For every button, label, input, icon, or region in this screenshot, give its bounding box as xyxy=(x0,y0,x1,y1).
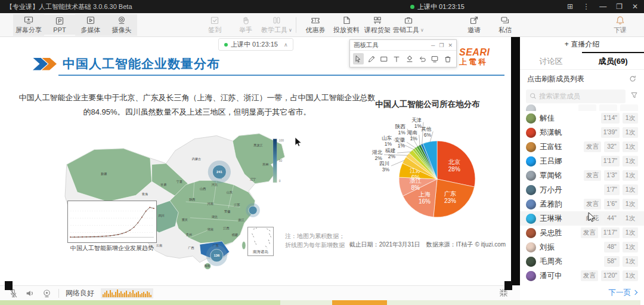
speaker-icon[interactable] xyxy=(25,288,35,298)
palette-tool-row xyxy=(350,51,456,67)
south-sea-inset: 南海诸岛 xyxy=(247,227,274,256)
slide-body-text: 中国人工智能企业主要集中于北京、广东及长三角（上海、江苏、浙江）一带，占中国人工… xyxy=(11,91,383,119)
svg-text:16%: 16% xyxy=(419,198,431,205)
live-intro-header[interactable]: + 直播介绍 xyxy=(520,37,644,52)
member-row[interactable]: 王琳琳献花44"1次 xyxy=(520,211,644,226)
member-badges: 发言1'3"1次 xyxy=(584,170,638,181)
member-row[interactable]: 王吕娜1'17"1次 xyxy=(526,154,638,168)
toolbar-item-marketing[interactable]: 营销工具∨ xyxy=(393,14,424,36)
toolbar-item-screen-share[interactable]: 屏幕分享 xyxy=(13,14,44,36)
taskbar-segment-orange xyxy=(332,300,387,305)
toolbar-item-ppt[interactable]: PPT xyxy=(44,15,75,35)
toolbar-item-dm[interactable]: 私信 xyxy=(490,14,521,36)
svg-text:8%: 8% xyxy=(411,184,420,191)
share-tool-group: 屏幕分享PPT多媒体摄像头 xyxy=(13,14,137,36)
toolbar-item-raise-hand[interactable]: 举手 xyxy=(230,14,261,36)
next-page-link[interactable]: 下一页 xyxy=(520,285,644,300)
toolbar-item-end-class[interactable]: 下课 xyxy=(605,14,636,36)
svg-text:28%: 28% xyxy=(448,166,460,172)
avatar xyxy=(526,142,536,152)
refresh-icon[interactable] xyxy=(628,75,637,83)
svg-text:2%: 2% xyxy=(388,153,396,159)
palette-title: 画板工具 xyxy=(354,41,379,50)
member-badge: 1次 xyxy=(623,270,638,281)
palette-minimize-icon[interactable]: ─ xyxy=(431,42,435,48)
svg-text:陕西: 陕西 xyxy=(189,198,195,202)
content-row: 上课中 01:23:15 ∧ 画板工具 ─ ❐ ✕ SEA xyxy=(0,37,644,300)
toolbar-item-materials[interactable]: 投放资料 xyxy=(331,14,362,36)
member-search-box[interactable] xyxy=(526,90,626,103)
avatar xyxy=(526,228,536,238)
svg-text:山西: 山西 xyxy=(200,187,206,191)
palette-maximize-icon[interactable]: ❐ xyxy=(439,42,444,48)
end-class-group: 下课 xyxy=(605,14,636,36)
board-tool-rect[interactable] xyxy=(379,53,389,64)
member-badge: 1'14" xyxy=(601,113,620,124)
member-row[interactable]: 王富钰发言32"1次 xyxy=(526,140,638,154)
member-row[interactable]: 解佳1'14"1次 xyxy=(526,111,638,125)
filter-funnel-icon[interactable] xyxy=(630,91,638,101)
member-search-input[interactable] xyxy=(539,93,622,100)
media-icon xyxy=(86,16,95,25)
tab-members[interactable]: 成员(69) xyxy=(582,52,644,70)
more-icon[interactable]: ⋮ xyxy=(583,3,590,10)
member-row[interactable]: 毛周亮58"1次 xyxy=(526,254,638,269)
avatar xyxy=(526,104,536,111)
toolbar-item-camera[interactable]: 摄像头 xyxy=(106,14,137,36)
member-badge: 1'3" xyxy=(604,170,620,181)
camera-icon xyxy=(117,16,126,25)
toolbar-item-teach-tools[interactable]: 教学工具∨ xyxy=(261,14,292,36)
class-timer-pill[interactable]: 上课中 01:23:15 ∧ xyxy=(218,38,293,51)
board-tool-trash[interactable] xyxy=(442,53,453,64)
member-row[interactable]: 潘可中发言1'20"1次 xyxy=(526,269,638,283)
svg-text:3%: 3% xyxy=(382,167,390,172)
webcam-icon[interactable] xyxy=(42,288,52,298)
window-controls: ⊞⋮—❐✕ xyxy=(567,3,638,10)
member-row[interactable]: 吴忠胜发言1'17"1次 xyxy=(526,226,638,240)
right-sidebar: + 直播介绍 讨论区 成员(69) 点击刷新成员列表 解佳1'14"1次郑潇帆1… xyxy=(520,37,644,300)
member-badge: 1'17" xyxy=(601,227,620,238)
member-row[interactable]: 刘振48"1次 xyxy=(526,240,638,254)
member-badge: 1次 xyxy=(623,213,638,224)
board-tool-select[interactable] xyxy=(353,53,364,64)
svg-text:23%: 23% xyxy=(444,198,456,204)
board-tool-eraser[interactable] xyxy=(404,53,415,64)
presentation-stage: 上课中 01:23:15 ∧ 画板工具 ─ ❐ ✕ SEA xyxy=(0,37,520,285)
toolbar-item-shelf[interactable]: 课程货架 xyxy=(362,14,393,36)
member-row[interactable] xyxy=(526,104,638,111)
member-list: 解佳1'14"1次郑潇帆1'39"1次王富钰发言32"1次王吕娜1'17"1次覃… xyxy=(520,104,644,285)
toolbar-item-media[interactable]: 多媒体 xyxy=(75,14,106,36)
close-icon[interactable]: ✕ xyxy=(632,3,638,10)
restore-icon[interactable]: ❐ xyxy=(616,3,623,10)
tab-discussion[interactable]: 讨论区 xyxy=(520,52,582,70)
toolbar-item-coupon[interactable]: 优惠券 xyxy=(300,14,331,36)
member-badges: 发言1'6"1次 xyxy=(584,199,638,210)
apps-grid-icon[interactable]: ⊞ xyxy=(567,3,573,10)
svg-text:湖南: 湖南 xyxy=(208,227,213,231)
toolbar-item-invite[interactable]: 邀请 xyxy=(459,14,490,36)
coupon-icon xyxy=(311,16,320,25)
board-tool-undo[interactable] xyxy=(417,53,428,64)
board-tool-text[interactable] xyxy=(391,53,402,64)
member-badges xyxy=(578,104,638,111)
member-badges: 1'14"1次 xyxy=(601,113,638,124)
member-row[interactable]: 万小丹1'7"1次 xyxy=(526,183,638,197)
toolbar-item-checkin[interactable]: 签到 xyxy=(199,14,230,36)
palette-titlebar[interactable]: 画板工具 ─ ❐ ✕ xyxy=(350,40,456,51)
checkin-icon xyxy=(210,16,219,25)
svg-text:其他: 其他 xyxy=(421,126,432,132)
board-tool-board[interactable] xyxy=(429,53,440,64)
minimize-icon[interactable]: — xyxy=(599,3,606,10)
member-row[interactable]: 覃闻铭发言1'3"1次 xyxy=(526,168,638,183)
member-row[interactable]: 郑潇帆1'39"1次 xyxy=(526,125,638,140)
svg-text:福建: 福建 xyxy=(385,147,396,153)
svg-text:湖北: 湖北 xyxy=(371,149,383,155)
refresh-members-row[interactable]: 点击刷新成员列表 xyxy=(520,70,644,88)
avatar xyxy=(526,113,536,124)
member-row[interactable]: 孟雅韵发言1'6"1次 xyxy=(526,197,638,211)
board-tool-pen[interactable] xyxy=(366,53,376,64)
mouse-cursor-black xyxy=(295,137,302,147)
shelf-icon xyxy=(373,16,382,25)
toolbar-label: PPT xyxy=(53,26,66,33)
palette-close-icon[interactable]: ✕ xyxy=(448,42,453,48)
